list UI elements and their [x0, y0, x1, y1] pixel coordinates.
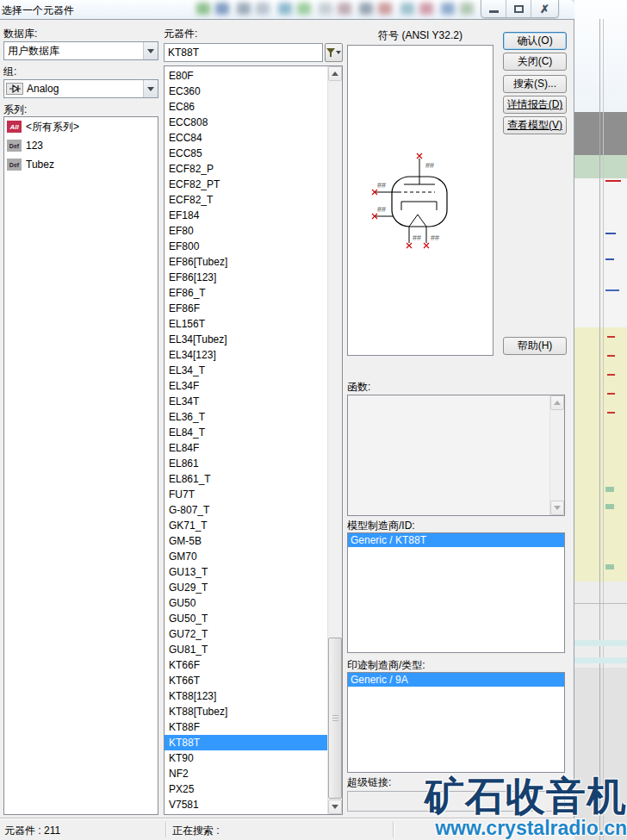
- close-button[interactable]: ✗: [531, 0, 558, 17]
- minimize-button[interactable]: [481, 0, 506, 17]
- component-list-item[interactable]: EC360: [165, 84, 327, 99]
- component-list-item[interactable]: GM-5B: [165, 533, 327, 549]
- component-list-item[interactable]: EF86[123]: [165, 270, 327, 285]
- component-list-item[interactable]: EF800: [165, 239, 327, 254]
- scroll-up-button[interactable]: [550, 395, 564, 410]
- model-item-label: Generic / KT88T: [351, 534, 426, 546]
- component-list-item[interactable]: EL84F: [165, 440, 327, 456]
- component-item-label: EL84_T: [169, 426, 205, 439]
- component-item-label: ECF82_P: [169, 163, 214, 175]
- component-list-item[interactable]: KT88[123]: [165, 688, 327, 704]
- view-model-button[interactable]: 查看模型(V): [503, 116, 567, 134]
- group-combobox[interactable]: Analog: [3, 79, 158, 98]
- component-item-label: EF86F: [169, 302, 200, 314]
- component-list-item[interactable]: E80F: [165, 68, 327, 84]
- help-button[interactable]: 帮助(H): [503, 337, 567, 355]
- component-list-item[interactable]: EL34_T: [165, 363, 327, 378]
- component-list-item[interactable]: ECC85: [165, 146, 327, 161]
- component-list-item[interactable]: ECC84: [165, 130, 327, 146]
- component-item-label: FU7T: [169, 488, 195, 501]
- component-item-label: KT88F: [169, 721, 200, 733]
- component-list-item[interactable]: EL34F: [165, 378, 327, 394]
- component-list-item[interactable]: EF80: [165, 223, 327, 239]
- family-list-item[interactable]: Def Tubez: [4, 155, 158, 174]
- database-combobox[interactable]: 用户数据库: [3, 41, 158, 60]
- pin-label: ##: [377, 181, 386, 190]
- component-list-scrollbar[interactable]: [327, 66, 342, 814]
- component-list-item[interactable]: EL34T: [165, 394, 327, 409]
- component-list-item[interactable]: G-807_T: [165, 502, 327, 518]
- component-label: 元器件:: [164, 27, 197, 41]
- group-dropdown-button[interactable]: [143, 80, 158, 97]
- component-list-item[interactable]: EL34[123]: [165, 347, 327, 363]
- function-scrollbar[interactable]: [549, 395, 564, 515]
- family-list-item[interactable]: All <所有系列>: [4, 117, 158, 136]
- component-item-label: EF86_T: [169, 287, 206, 299]
- component-list-item[interactable]: GU13_T: [165, 564, 327, 580]
- component-list-item[interactable]: GU29_T: [165, 580, 327, 595]
- filter-button[interactable]: [325, 43, 343, 62]
- component-list-item[interactable]: KT66T: [165, 673, 327, 688]
- chevron-down-icon: [336, 51, 341, 54]
- component-list-item[interactable]: EL861: [165, 456, 327, 471]
- component-list-item[interactable]: EL36_T: [165, 409, 327, 425]
- dialog-titlebar[interactable]: 选择一个元器件 ✗: [0, 0, 574, 19]
- scrollbar-thumb[interactable]: [328, 638, 342, 799]
- component-list-item[interactable]: NF2: [165, 766, 327, 781]
- function-box: [347, 395, 565, 516]
- component-list-item[interactable]: EF86[Tubez]: [165, 254, 327, 270]
- scroll-down-button[interactable]: [550, 501, 564, 515]
- component-search-input[interactable]: [164, 43, 323, 62]
- scroll-up-button[interactable]: [328, 66, 342, 81]
- component-list-item[interactable]: EL84_T: [165, 425, 327, 440]
- component-list-item[interactable]: KT66F: [165, 657, 327, 673]
- component-list-item[interactable]: GK71_T: [165, 518, 327, 533]
- chevron-down-icon: [147, 87, 154, 91]
- close-dialog-button[interactable]: 关闭(C): [503, 53, 567, 71]
- component-list-item[interactable]: EL861_T: [165, 471, 327, 487]
- function-label: 函数:: [347, 380, 370, 395]
- component-list-item[interactable]: ECF82_PT: [165, 177, 327, 192]
- detail-report-button[interactable]: 详情报告(D): [503, 96, 567, 114]
- component-list-item[interactable]: V7581: [165, 797, 327, 812]
- maximize-button[interactable]: [506, 0, 531, 17]
- component-list-item[interactable]: GU50: [165, 595, 327, 611]
- footprint-list-item[interactable]: Generic / 9A: [348, 673, 564, 687]
- component-list-item[interactable]: KT90: [165, 750, 327, 766]
- component-list-item[interactable]: PX25: [165, 781, 327, 797]
- component-list-item[interactable]: EF86F: [165, 301, 327, 316]
- model-list-item[interactable]: Generic / KT88T: [348, 533, 564, 547]
- scroll-down-button[interactable]: [328, 800, 342, 814]
- component-list-item[interactable]: KT88T: [165, 735, 327, 750]
- component-list-item[interactable]: EF86_T: [165, 285, 327, 301]
- family-item-label: Tubez: [26, 159, 54, 171]
- component-item-label: KT90: [169, 752, 194, 764]
- family-list-item[interactable]: Def 123: [4, 136, 158, 155]
- component-list-item[interactable]: EL156T: [165, 316, 327, 332]
- search-button[interactable]: 搜索(S)...: [503, 75, 567, 93]
- searching-status: 正在搜索 :: [172, 824, 220, 838]
- triangle-up-icon: [554, 401, 561, 405]
- component-list-item[interactable]: FU7T: [165, 487, 327, 502]
- component-list-item[interactable]: KT88F: [165, 719, 327, 735]
- component-list-item[interactable]: EL34[Tubez]: [165, 332, 327, 347]
- component-list-item[interactable]: ECF82_T: [165, 192, 327, 208]
- component-listbox: E80F EC360 EC86 ECC808 ECC84: [164, 65, 343, 815]
- component-list-item[interactable]: GM70: [165, 549, 327, 564]
- component-item-label: EL156T: [169, 318, 205, 330]
- component-list-item[interactable]: GU72_T: [165, 626, 327, 642]
- model-list: Generic / KT88T: [348, 533, 564, 547]
- component-list-item[interactable]: ECF82_P: [165, 161, 327, 177]
- database-dropdown-button[interactable]: [143, 42, 158, 59]
- group-value: Analog: [23, 83, 143, 95]
- family-icon: All: [7, 121, 22, 133]
- component-list-item[interactable]: EC86: [165, 99, 327, 115]
- component-list-item[interactable]: EF184: [165, 208, 327, 223]
- ok-button[interactable]: 确认(O): [503, 32, 567, 50]
- hyperlink-input[interactable]: [347, 791, 565, 812]
- component-list-item[interactable]: GU81_T: [165, 642, 327, 657]
- symbol-preview: ## ## ## ## ##: [347, 45, 494, 356]
- component-list-item[interactable]: GU50_T: [165, 611, 327, 626]
- component-list-item[interactable]: KT88[Tubez]: [165, 704, 327, 719]
- component-list-item[interactable]: ECC808: [165, 115, 327, 130]
